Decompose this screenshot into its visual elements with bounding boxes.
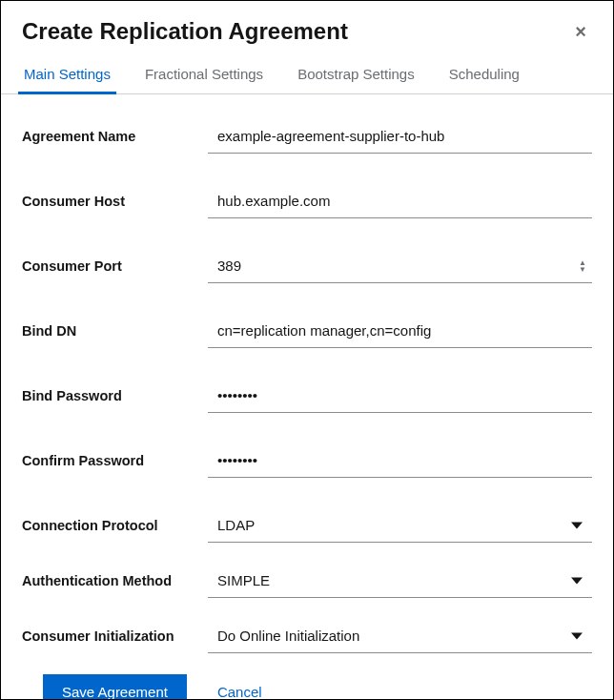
authentication-method-value[interactable] bbox=[208, 564, 592, 598]
dialog-footer: Save Agreement Cancel bbox=[22, 674, 592, 700]
port-spinner[interactable]: ▲ ▼ bbox=[579, 259, 586, 273]
label-connection-protocol: Connection Protocol bbox=[22, 518, 208, 533]
tab-bootstrap-settings[interactable]: Bootstrap Settings bbox=[296, 56, 417, 93]
label-consumer-host: Consumer Host bbox=[22, 194, 208, 209]
label-agreement-name: Agreement Name bbox=[22, 129, 208, 144]
label-bind-password: Bind Password bbox=[22, 388, 208, 403]
row-connection-protocol: Connection Protocol bbox=[22, 508, 592, 543]
connection-protocol-select[interactable] bbox=[208, 508, 592, 543]
tab-fractional-settings[interactable]: Fractional Settings bbox=[143, 56, 265, 93]
save-agreement-button[interactable]: Save Agreement bbox=[43, 674, 187, 700]
tab-main-settings[interactable]: Main Settings bbox=[22, 56, 113, 93]
consumer-host-input[interactable] bbox=[208, 184, 592, 218]
confirm-password-input[interactable] bbox=[208, 443, 592, 478]
authentication-method-select[interactable] bbox=[208, 564, 592, 598]
bind-dn-input[interactable] bbox=[208, 314, 592, 348]
label-confirm-password: Confirm Password bbox=[22, 453, 208, 468]
row-bind-dn: Bind DN bbox=[22, 314, 592, 348]
dialog-title: Create Replication Agreement bbox=[22, 18, 348, 45]
connection-protocol-value[interactable] bbox=[208, 508, 592, 543]
consumer-initialization-value[interactable] bbox=[208, 619, 592, 653]
label-authentication-method: Authentication Method bbox=[22, 573, 208, 588]
tabs: Main Settings Fractional Settings Bootst… bbox=[1, 56, 613, 94]
row-consumer-port: Consumer Port ▲ ▼ bbox=[22, 249, 592, 283]
cancel-button[interactable]: Cancel bbox=[214, 676, 266, 700]
agreement-name-input[interactable] bbox=[208, 119, 592, 154]
row-consumer-host: Consumer Host bbox=[22, 184, 592, 218]
chevron-down-icon: ▼ bbox=[579, 266, 586, 273]
tab-scheduling[interactable]: Scheduling bbox=[447, 56, 522, 93]
row-consumer-initialization: Consumer Initialization bbox=[22, 619, 592, 653]
row-bind-password: Bind Password bbox=[22, 379, 592, 413]
row-confirm-password: Confirm Password bbox=[22, 443, 592, 478]
row-authentication-method: Authentication Method bbox=[22, 564, 592, 598]
bind-password-input[interactable] bbox=[208, 379, 592, 413]
consumer-port-input[interactable] bbox=[208, 249, 592, 283]
label-consumer-port: Consumer Port bbox=[22, 258, 208, 274]
label-bind-dn: Bind DN bbox=[22, 323, 208, 339]
consumer-initialization-select[interactable] bbox=[208, 619, 592, 653]
form-body: Agreement Name Consumer Host Consumer Po… bbox=[1, 94, 613, 700]
close-icon[interactable]: × bbox=[569, 19, 592, 45]
label-consumer-initialization: Consumer Initialization bbox=[22, 628, 208, 644]
dialog-header: Create Replication Agreement × bbox=[1, 1, 613, 56]
row-agreement-name: Agreement Name bbox=[22, 119, 592, 154]
